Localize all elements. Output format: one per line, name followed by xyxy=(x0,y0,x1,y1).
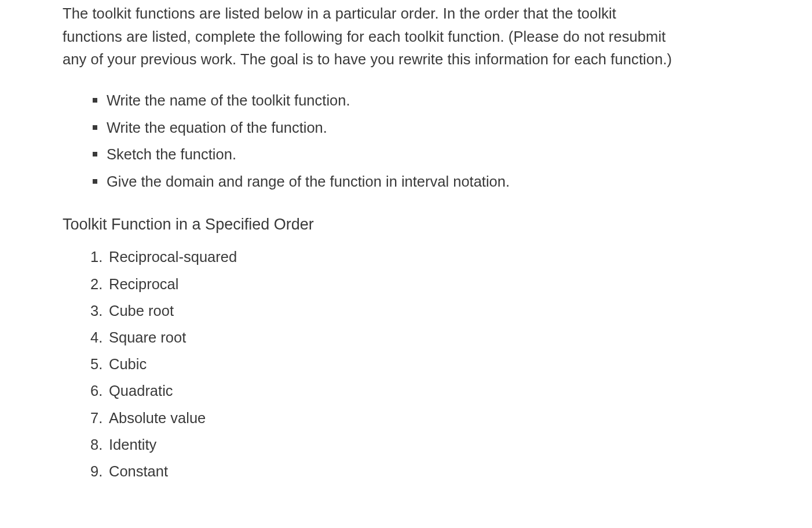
list-item: Reciprocal-squared xyxy=(90,246,673,267)
list-item: Square root xyxy=(90,327,673,348)
bullet-item: Write the equation of the function. xyxy=(93,117,673,139)
bullet-item: Write the name of the toolkit function. xyxy=(93,90,673,111)
section-subheading: Toolkit Function in a Specified Order xyxy=(63,216,673,234)
list-item: Cube root xyxy=(90,300,673,321)
list-item: Absolute value xyxy=(90,407,673,428)
list-item: Reciprocal xyxy=(90,274,673,294)
list-item: Identity xyxy=(90,434,673,455)
bullet-item: Give the domain and range of the functio… xyxy=(93,171,673,192)
bullet-item: Sketch the function. xyxy=(93,144,673,165)
list-item: Cubic xyxy=(90,354,673,374)
list-item: Quadratic xyxy=(90,380,673,401)
instruction-bullet-list: Write the name of the toolkit function. … xyxy=(63,90,673,193)
intro-paragraph: The toolkit functions are listed below i… xyxy=(63,2,673,71)
toolkit-function-list: Reciprocal-squared Reciprocal Cube root … xyxy=(63,246,673,482)
list-item: Constant xyxy=(90,461,673,482)
document-body: The toolkit functions are listed below i… xyxy=(0,0,812,482)
